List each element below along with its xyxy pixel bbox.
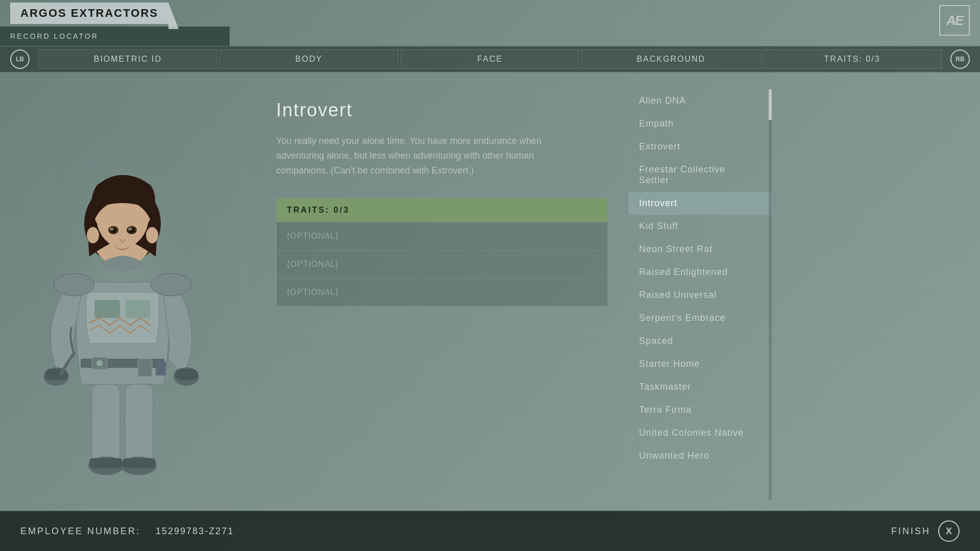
traits-box-header: TRAITS: 0/3 <box>277 198 607 222</box>
top-divider <box>0 79 980 80</box>
svg-rect-31 <box>156 361 166 375</box>
lb-button[interactable]: LB <box>10 49 30 69</box>
record-bar: RECORD LOCATOR <box>0 27 230 46</box>
header: ARGOS EXTRACTORS RECORD LOCATOR <box>0 0 980 48</box>
tab-traits[interactable]: TRAITS: 0/3 <box>763 49 942 69</box>
svg-point-17 <box>151 273 191 296</box>
main-content: Introvert You really need your alone tim… <box>0 79 980 510</box>
company-name-block: ARGOS EXTRACTORS <box>10 3 168 24</box>
record-label: RECORD LOCATOR <box>10 32 99 40</box>
trait-item-neon-street-rat[interactable]: Neon Street Rat <box>629 238 772 261</box>
trait-item-serpents-embrace[interactable]: Serpent's Embrace <box>629 307 772 330</box>
x-label: X <box>946 526 952 537</box>
svg-rect-1 <box>92 384 120 466</box>
rb-button[interactable]: RB <box>950 49 970 69</box>
employee-label: EMPLOYEE NUMBER: <box>20 526 140 537</box>
employee-number: 15299783-Z271 <box>156 526 234 537</box>
traits-list-panel: Alien DNA Empath Extrovert Freestar Coll… <box>629 79 772 510</box>
trait-item-kid-stuff[interactable]: Kid Stuff <box>629 215 772 238</box>
trait-item-raised-universal[interactable]: Raised Universal <box>629 284 772 307</box>
tab-background[interactable]: BACKGROUND <box>581 49 761 69</box>
tab-body[interactable]: BODY <box>219 49 399 69</box>
svg-rect-2 <box>125 384 153 466</box>
svg-point-26 <box>110 228 114 231</box>
trait-item-alien-dna[interactable]: Alien DNA <box>629 89 772 112</box>
trait-slot-1[interactable]: {OPTIONAL} <box>277 222 607 250</box>
trait-title: Introvert <box>276 99 608 121</box>
character-panel <box>0 79 245 510</box>
bottom-bar: EMPLOYEE NUMBER: 15299783-Z271 FINISH X <box>0 510 980 551</box>
character-image <box>26 104 219 486</box>
tab-biometric[interactable]: BIOMETRIC ID <box>38 49 217 69</box>
tab-face[interactable]: FACE <box>401 49 580 69</box>
info-panel: Introvert You really need your alone tim… <box>246 79 628 510</box>
nav-tabs: LB BIOMETRIC ID BODY FACE BACKGROUND TRA… <box>0 46 980 72</box>
trait-item-introvert[interactable]: Introvert <box>629 192 772 215</box>
trait-item-spaced[interactable]: Spaced <box>629 330 772 353</box>
svg-rect-5 <box>89 458 122 468</box>
traits-box: TRAITS: 0/3 {OPTIONAL} {OPTIONAL} {OPTIO… <box>276 198 608 307</box>
trait-item-united-colonies[interactable]: United Colonies Native <box>629 421 772 444</box>
trait-item-freestar[interactable]: Freestar Collective Settler <box>629 158 772 192</box>
trait-description: You really need your alone time. You hav… <box>276 134 582 178</box>
scroll-track[interactable] <box>769 89 772 500</box>
svg-point-16 <box>54 273 94 296</box>
trait-item-empath[interactable]: Empath <box>629 112 772 135</box>
trait-item-extrovert[interactable]: Extrovert <box>629 135 772 158</box>
svg-rect-15 <box>175 369 198 380</box>
svg-point-29 <box>146 227 158 243</box>
finish-button[interactable]: FINISH X <box>891 520 960 542</box>
trait-item-starter-home[interactable]: Starter Home <box>629 353 772 375</box>
svg-point-28 <box>87 227 99 243</box>
svg-rect-30 <box>138 359 152 377</box>
company-bar: ARGOS EXTRACTORS <box>0 0 980 27</box>
trait-slot-2[interactable]: {OPTIONAL} <box>277 250 607 278</box>
svg-rect-7 <box>94 300 120 318</box>
trait-item-taskmaster[interactable]: Taskmaster <box>629 375 772 398</box>
x-button-icon[interactable]: X <box>938 520 960 542</box>
trait-item-terra-firma[interactable]: Terra Firma <box>629 398 772 421</box>
scroll-thumb <box>769 89 772 120</box>
trait-item-raised-enlightened[interactable]: Raised Enlightened <box>629 261 772 284</box>
svg-point-27 <box>128 228 132 231</box>
svg-rect-8 <box>125 300 151 318</box>
trait-item-unwanted-hero[interactable]: Unwanted Hero <box>629 444 772 467</box>
company-name: ARGOS EXTRACTORS <box>20 7 158 19</box>
finish-label: FINISH <box>891 526 930 537</box>
svg-rect-6 <box>122 458 156 468</box>
trait-slot-3[interactable]: {OPTIONAL} <box>277 278 607 306</box>
svg-point-11 <box>96 360 103 366</box>
